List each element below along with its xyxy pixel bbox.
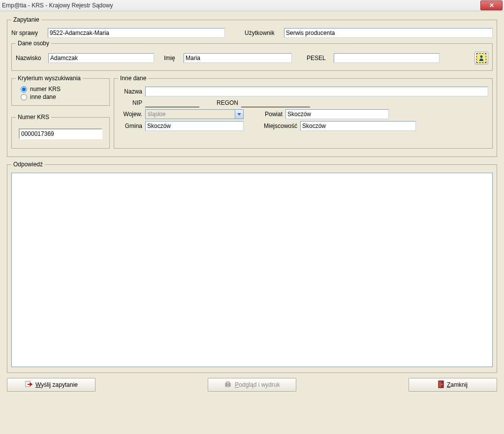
numer-krs-input[interactable] xyxy=(19,128,102,139)
regon-label: REGON xyxy=(214,99,241,106)
nr-sprawy-label: Nr sprawy xyxy=(11,30,48,36)
dane-osoby-group: Dane osoby Nazwisko Imię PESEL xyxy=(11,40,493,71)
pesel-label: PESEL xyxy=(307,55,334,62)
nazwa-input[interactable] xyxy=(145,87,488,96)
odpowiedz-textarea[interactable] xyxy=(11,173,493,367)
imie-label: Imię xyxy=(164,55,184,62)
odpowiedz-group: Odpowiedź xyxy=(7,161,497,373)
wojew-select[interactable]: śląskie xyxy=(145,109,244,119)
uzytkownik-label: Użytkownik xyxy=(245,30,284,36)
zapytanie-group: Zapytanie Nr sprawy Użytkownik Dane osob… xyxy=(7,16,497,157)
inne-dane-group: Inne dane Nazwa NIP REGON Wojew. śląskie xyxy=(114,75,493,149)
powiat-input[interactable] xyxy=(285,109,389,119)
odpowiedz-legend: Odpowiedź xyxy=(11,161,45,168)
imie-input[interactable] xyxy=(184,53,292,63)
miejsc-label: Miejscowość xyxy=(258,123,300,129)
titlebar: Emp@tia - KRS - Krajowy Rejestr Sądowy ✕ xyxy=(0,0,504,11)
wyslij-button[interactable]: Wyślij zapytanie xyxy=(7,378,95,392)
kryterium-group: Kryterium wyszukiwania numer KRS inne da… xyxy=(11,75,110,106)
zamknij-button[interactable]: Zamknij xyxy=(409,378,497,392)
svg-rect-6 xyxy=(439,381,441,387)
dane-osoby-legend: Dane osoby xyxy=(16,40,51,47)
powiat-label: Powiat xyxy=(258,111,285,118)
zapytanie-legend: Zapytanie xyxy=(11,16,41,23)
kryterium-legend: Kryterium wyszukiwania xyxy=(16,75,83,82)
close-icon: ✕ xyxy=(489,2,494,9)
printer-icon xyxy=(224,380,232,390)
svg-point-0 xyxy=(480,56,483,58)
nip-input[interactable] xyxy=(145,98,199,107)
miejsc-input[interactable] xyxy=(300,121,416,131)
svg-point-7 xyxy=(441,384,442,385)
person-icon xyxy=(476,53,486,63)
nr-sprawy-input[interactable] xyxy=(48,28,225,38)
door-icon xyxy=(438,380,444,390)
nip-label: NIP xyxy=(118,99,145,106)
wyslij-label-rest: yślij zapytanie xyxy=(41,381,78,388)
svg-rect-3 xyxy=(226,382,229,384)
main-area: Zapytanie Nr sprawy Użytkownik Dane osob… xyxy=(0,11,504,434)
zamknij-label-rest: amknij xyxy=(450,381,468,388)
chevron-down-icon xyxy=(235,110,243,119)
close-button[interactable]: ✕ xyxy=(480,0,503,10)
gmina-label: Gmina xyxy=(118,123,145,129)
radio-numer-krs[interactable] xyxy=(21,86,27,93)
radio-numer-krs-label: numer KRS xyxy=(30,86,61,93)
send-icon xyxy=(25,380,32,390)
button-bar: Wyślij zapytanie Podgląd i wydruk Za xyxy=(7,378,497,392)
podglad-label-rest: odgląd i wydruk xyxy=(239,381,280,388)
nazwa-label: Nazwa xyxy=(118,88,145,95)
radio-inne-dane[interactable] xyxy=(21,94,27,100)
pesel-input[interactable] xyxy=(334,53,440,63)
uzytkownik-input[interactable] xyxy=(284,28,493,38)
window-title: Emp@tia - KRS - Krajowy Rejestr Sądowy xyxy=(2,2,113,9)
radio-inne-dane-label: inne dane xyxy=(30,93,56,100)
numer-krs-group: Numer KRS xyxy=(11,114,110,149)
nazwisko-input[interactable] xyxy=(48,53,154,63)
wojew-value: śląskie xyxy=(146,111,235,118)
regon-input[interactable] xyxy=(241,98,310,107)
gmina-input[interactable] xyxy=(145,121,244,131)
inne-dane-legend: Inne dane xyxy=(118,75,148,82)
numer-krs-legend: Numer KRS xyxy=(16,114,51,121)
nazwisko-label: Nazwisko xyxy=(16,55,48,62)
wojew-label: Wojew. xyxy=(118,111,145,118)
svg-rect-4 xyxy=(226,385,229,387)
person-lookup-button[interactable] xyxy=(474,52,488,64)
podglad-button: Podgląd i wydruk xyxy=(208,378,296,392)
